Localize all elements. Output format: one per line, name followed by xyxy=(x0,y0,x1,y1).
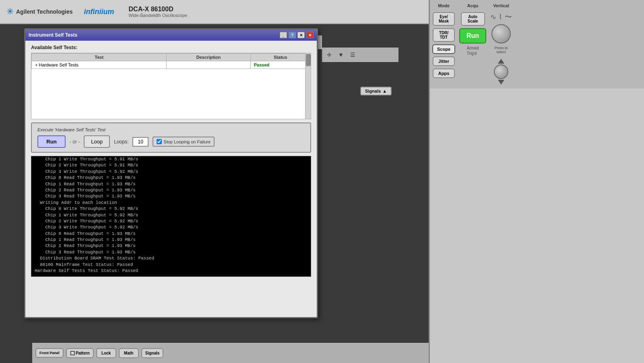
eye-mask-button[interactable]: Eye/ Mask xyxy=(433,12,455,26)
col-status: Status xyxy=(250,54,310,61)
pattern-icon: 🔲 xyxy=(70,351,75,355)
scope-button[interactable]: Scope xyxy=(432,44,455,54)
vertical-label: Vertical xyxy=(493,3,509,8)
vendor2-label: infiniium xyxy=(84,8,114,16)
arrow-up-button[interactable] xyxy=(498,59,504,64)
row-expand[interactable]: + Hardware Self Tests xyxy=(32,61,167,69)
expand-icon: + xyxy=(35,62,37,67)
log-line: Distribution Board SRAM Test Status: Pas… xyxy=(35,255,308,261)
app-title: DCA-X 86100D xyxy=(129,6,188,13)
crosshair-button[interactable]: ✛ xyxy=(325,51,333,59)
acqu-column: Acqu Auto Scale Run Armed Trig'd xyxy=(459,3,486,56)
log-line: Hardware Self Tests Test Status: Passed xyxy=(35,268,308,274)
run-test-button[interactable]: Run xyxy=(37,135,66,148)
stop-looping-wrapper: Stop Looping on Failure xyxy=(153,137,215,147)
lock-label: Lock xyxy=(101,351,111,355)
arrow-controls xyxy=(494,58,508,85)
log-line: Chip 1 Write Throughput = 5.92 MB/s xyxy=(35,212,308,218)
minimize-button[interactable]: _ xyxy=(280,32,287,38)
math-label: Math xyxy=(124,351,133,355)
status-labels: Armed Trig'd xyxy=(467,46,479,56)
acqu-label: Acqu xyxy=(467,3,479,8)
table-scrollbar[interactable] xyxy=(305,53,311,119)
loop-button[interactable]: Loop xyxy=(84,135,110,148)
arrow-down-button[interactable] xyxy=(498,80,504,85)
table-scrollbar-thumb[interactable] xyxy=(306,54,311,66)
menu-button[interactable]: ☰ xyxy=(349,51,357,59)
app-subtitle: Wide-Bandwidth Oscilloscope xyxy=(129,13,188,18)
dialog-title: Instrument Self Tests xyxy=(29,32,77,38)
mode-column: Mode Eye/ Mask TDR/ TDT Scope Jitter App… xyxy=(432,3,455,78)
available-tests-label: Available Self Tests: xyxy=(31,45,311,50)
waveform-square-icon: ⌇ xyxy=(499,12,502,21)
front-panel-button[interactable]: Front Panel xyxy=(35,348,64,358)
log-line: 86100 Mainframe Test Status: Passed xyxy=(35,262,308,268)
tdr-tdt-button[interactable]: TDR/ TDT xyxy=(433,28,455,42)
signals-label: Signals xyxy=(365,89,381,93)
signals-bottom-label: Signals xyxy=(145,351,160,355)
execute-label: Execute 'Hardware Self Tests' Test xyxy=(37,127,305,132)
bottom-toolbar: Front Panel 🔲 Pattern Lock Math Signals xyxy=(32,343,429,363)
titlebar-buttons: _ ? ✕ ✕ xyxy=(280,32,314,38)
log-line: Chip 2 Read Throughput = 1.93 MB/s xyxy=(35,187,308,193)
log-line: Chip 1 Write Throughput = 5.91 MB/s xyxy=(35,156,308,162)
right-panel: Mode Eye/ Mask TDR/ TDT Scope Jitter App… xyxy=(429,0,644,363)
log-output[interactable]: Chip 1 Write Throughput = 5.91 MB/s Chip… xyxy=(31,156,311,277)
log-line: Chip 3 Read Throughput = 1.93 MB/s xyxy=(35,249,308,255)
log-line: Chip 2 Write Throughput = 5.92 MB/s xyxy=(35,218,308,224)
title-block: DCA-X 86100D Wide-Bandwidth Oscilloscope xyxy=(129,6,188,18)
col-description: Description xyxy=(167,54,250,61)
dialog-x-button[interactable]: ✕ xyxy=(306,32,314,38)
signals-bottom-button[interactable]: Signals xyxy=(141,348,164,358)
log-line: Chip 0 Read Throughput = 1.93 MB/s xyxy=(35,231,308,237)
signals-chevron-icon: ▲ xyxy=(382,89,387,93)
log-line: Chip 2 Write Throughput = 5.91 MB/s xyxy=(35,162,308,168)
log-line: Chip 2 Read Throughput = 1.93 MB/s xyxy=(35,243,308,249)
stop-looping-checkbox[interactable] xyxy=(157,139,162,144)
trigD-label: Trig'd xyxy=(467,51,479,56)
test-table: Test Description Status + Hardware Self … xyxy=(31,53,311,69)
mode-label: Mode xyxy=(438,3,450,8)
vendor1-label: Agilent Technologies xyxy=(16,8,73,15)
dialog-close-button[interactable]: ✕ xyxy=(297,32,305,38)
math-button[interactable]: Math xyxy=(119,348,139,358)
log-line: Chip 3 Write Throughput = 5.92 MB/s xyxy=(35,169,308,175)
execute-section: Execute 'Hardware Self Tests' Test Run -… xyxy=(31,122,311,153)
dialog-content: Available Self Tests: Test Description S… xyxy=(25,41,317,317)
agilent-logo: ✳ Agilent Technologies xyxy=(6,6,73,17)
waveform-sine-icon: ∿ xyxy=(490,12,496,21)
dialog-titlebar: Instrument Self Tests _ ? ✕ ✕ xyxy=(25,29,317,41)
pattern-button[interactable]: 🔲 Pattern xyxy=(66,348,94,358)
or-text: - or - xyxy=(70,139,80,145)
run-button[interactable]: Run xyxy=(459,28,486,44)
test-name: Hardware Self Tests xyxy=(39,62,78,67)
vertical-fine-knob[interactable] xyxy=(494,64,508,79)
execute-controls: Run - or - Loop Loops: Stop Looping on F… xyxy=(37,135,305,148)
row-description xyxy=(167,61,250,69)
loops-input[interactable] xyxy=(132,137,149,147)
press-to-select-label: Press to select xyxy=(495,46,508,54)
test-table-container[interactable]: Test Description Status + Hardware Self … xyxy=(31,53,311,119)
dialog-window: Instrument Self Tests _ ? ✕ ✕ Available … xyxy=(24,28,318,318)
vertical-knob[interactable] xyxy=(491,24,511,44)
log-line: Chip 0 Read Throughput = 1.93 MB/s xyxy=(35,175,308,181)
apps-button[interactable]: Apps xyxy=(433,68,455,78)
pattern-label: Pattern xyxy=(76,351,89,355)
help-button[interactable]: ? xyxy=(289,32,296,38)
log-line: Writing Addr to each location xyxy=(35,200,308,206)
log-line: Chip 1 Read Throughput = 1.93 MB/s xyxy=(35,237,308,243)
triangle-down-button[interactable]: ▼ xyxy=(336,51,345,59)
jitter-button[interactable]: Jitter xyxy=(433,56,455,66)
vertical-column: Vertical ∿ ⌇ 〜 Press to select xyxy=(490,3,512,85)
logo-star-icon: ✳ xyxy=(6,6,14,17)
row-status: Passed xyxy=(250,61,310,69)
signals-dropdown[interactable]: Signals ▲ xyxy=(360,87,392,95)
log-line: Chip 3 Read Throughput = 1.93 MB/s xyxy=(35,193,308,199)
armed-label: Armed xyxy=(467,46,479,50)
lock-button[interactable]: Lock xyxy=(96,348,116,358)
waveform-complex-icon: 〜 xyxy=(505,12,512,22)
table-row[interactable]: + Hardware Self Tests Passed xyxy=(32,61,311,69)
scope-icons-row: ✛ ▼ ☰ xyxy=(322,48,398,62)
log-line: Chip 3 Write Throughput = 5.92 MB/s xyxy=(35,224,308,230)
auto-scale-button[interactable]: Auto Scale xyxy=(461,12,485,26)
